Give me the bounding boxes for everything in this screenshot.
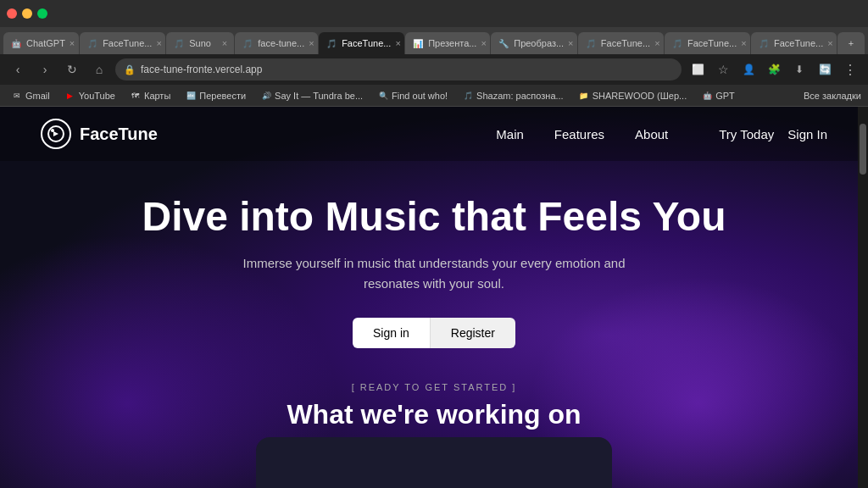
tab-favicon: 🎵 [86, 37, 98, 49]
tab-close-icon[interactable]: × [70, 38, 75, 48]
nav-link-main[interactable]: Main [496, 127, 524, 141]
tab-preobraz[interactable]: 🔧 Преобраз... × [491, 32, 577, 54]
tab-new[interactable]: + [837, 32, 865, 54]
tab-facetune1[interactable]: 🎵 FaceTune... × [80, 32, 165, 54]
cast-button[interactable]: ⬜ [687, 58, 709, 80]
tab-favicon: 🎵 [173, 37, 185, 49]
nav-cta: Try Today Sign In [719, 127, 827, 141]
extensions-button[interactable]: 🧩 [763, 58, 785, 80]
sync-button[interactable]: 🔄 [814, 58, 836, 80]
new-tab-icon: + [849, 38, 854, 48]
bookmark-button[interactable]: ☆ [712, 58, 734, 80]
hero-subtitle: Immerse yourself in music that understan… [231, 253, 637, 294]
tab-label: Презента... [428, 38, 476, 48]
bookmark-findout[interactable]: 🔍 Find out who! [373, 89, 453, 103]
tab-close-icon[interactable]: × [309, 38, 314, 48]
all-bookmarks-label[interactable]: Все закладки [804, 91, 861, 101]
reload-button[interactable]: ↻ [61, 58, 83, 80]
scrollbar[interactable] [858, 107, 868, 488]
tab-close-icon[interactable]: × [568, 38, 573, 48]
sharewood-favicon: 📁 [579, 91, 589, 101]
tab-label: Suno [189, 38, 211, 48]
logo-text: FaceTune [80, 125, 158, 144]
tab-close-icon[interactable]: × [222, 38, 227, 48]
tab-close-icon[interactable]: × [741, 38, 746, 48]
tab-close-icon[interactable]: × [827, 38, 832, 48]
findout-favicon: 🔍 [378, 91, 388, 101]
tab-facetune5[interactable]: 🎵 FaceTune... × [751, 32, 837, 54]
bookmark-gpt[interactable]: 🤖 GPT [697, 89, 740, 103]
gmail-favicon: ✉ [12, 91, 22, 101]
logo-icon [41, 119, 71, 149]
home-button[interactable]: ⌂ [88, 58, 110, 80]
tab-favicon: 🔧 [498, 37, 509, 49]
tab-close-icon[interactable]: × [156, 38, 161, 48]
bookmark-label: YouTube [79, 91, 115, 101]
hero-register-button[interactable]: Register [430, 318, 515, 348]
tab-close-icon[interactable]: × [654, 38, 659, 48]
website-content: FaceTune Main Features About Try Today S… [0, 107, 868, 488]
tab-facetune3[interactable]: 🎵 FaceTune... × [578, 32, 664, 54]
menu-button[interactable]: ⋮ [839, 58, 861, 80]
bookmark-maps[interactable]: 🗺 Карты [125, 89, 175, 103]
hero-buttons: Sign in Register [353, 318, 515, 348]
tab-favicon: 🎵 [585, 37, 597, 49]
try-today-button[interactable]: Try Today [719, 127, 774, 141]
tab-facetune4[interactable]: 🎵 FaceTune... × [665, 32, 750, 54]
tab-chatgpt[interactable]: 🤖 ChatGPT × [3, 32, 79, 54]
tab-favicon: 🎵 [671, 37, 683, 49]
tab-close-icon[interactable]: × [395, 38, 400, 48]
nav-link-about[interactable]: About [635, 127, 668, 141]
close-button[interactable] [7, 8, 17, 19]
tab-label: ChatGPT [26, 38, 65, 48]
bookmark-label: Карты [144, 91, 170, 101]
tab-facetune2[interactable]: 🎵 face-tune... × [235, 32, 318, 54]
card-preview [256, 437, 612, 488]
tab-favicon: 🎵 [326, 37, 337, 49]
tab-prezenta[interactable]: 📊 Презента... × [405, 32, 490, 54]
browser-chrome: 🤖 ChatGPT × 🎵 FaceTune... × 🎵 Suno × 🎵 f… [0, 0, 868, 107]
tab-label: FaceTune... [103, 38, 152, 48]
address-text: face-tune-fronte.vercel.app [141, 64, 262, 75]
hero-signin-button[interactable]: Sign in [353, 318, 430, 348]
bookmarks-bar: ✉ Gmail ▶ YouTube 🗺 Карты 🔤 Перевести 🔊 … [0, 85, 868, 107]
bookmark-translate[interactable]: 🔤 Перевести [181, 89, 251, 103]
bookmark-sayit[interactable]: 🔊 Say It — Tundra be... [256, 89, 368, 103]
bookmark-label: Перевести [199, 91, 246, 101]
tab-close-icon[interactable]: × [481, 38, 486, 48]
bookmark-label: Gmail [25, 91, 50, 101]
tab-suno[interactable]: 🎵 Suno × [166, 32, 234, 54]
scrollbar-thumb[interactable] [860, 124, 866, 175]
forward-button[interactable]: › [34, 58, 56, 80]
section-badge: [ READY TO GET STARTED ] [0, 382, 868, 392]
nav-link-features[interactable]: Features [554, 127, 604, 141]
nav-bar: ‹ › ↻ ⌂ 🔒 face-tune-fronte.vercel.app ⬜ … [0, 54, 868, 85]
hero-title: Dive into Music that Feels You [142, 195, 726, 240]
youtube-favicon: ▶ [65, 91, 75, 101]
address-bar[interactable]: 🔒 face-tune-fronte.vercel.app [115, 58, 682, 80]
tab-favicon: 🎵 [242, 37, 253, 49]
maximize-button[interactable] [37, 8, 47, 19]
back-button[interactable]: ‹ [7, 58, 29, 80]
site-navbar: FaceTune Main Features About Try Today S… [0, 107, 868, 161]
tab-favicon: 🤖 [10, 37, 22, 49]
tab-facetune-active[interactable]: 🎵 FaceTune... × [319, 32, 404, 54]
svg-point-1 [51, 129, 54, 132]
signin-nav-button[interactable]: Sign In [787, 127, 827, 141]
tabs-bar: 🤖 ChatGPT × 🎵 FaceTune... × 🎵 Suno × 🎵 f… [0, 27, 868, 54]
bookmark-gmail[interactable]: ✉ Gmail [7, 89, 55, 103]
bookmark-label: Shazam: распозна... [476, 91, 564, 101]
bookmark-shazam[interactable]: 🎵 Shazam: распозна... [458, 89, 569, 103]
profile-button[interactable]: 👤 [737, 58, 760, 80]
translate-favicon: 🔤 [186, 91, 196, 101]
download-button[interactable]: ⬇ [788, 58, 810, 80]
gpt-favicon: 🤖 [702, 91, 712, 101]
bookmark-label: SHAREWOOD (Шер... [593, 91, 687, 101]
bookmark-youtube[interactable]: ▶ YouTube [60, 89, 120, 103]
tab-favicon: 🎵 [758, 37, 770, 49]
minimize-button[interactable] [22, 8, 32, 19]
bookmark-label: GPT [715, 91, 735, 101]
bookmark-sharewood[interactable]: 📁 SHAREWOOD (Шер... [574, 89, 693, 103]
nav-links: Main Features About [496, 127, 668, 141]
tab-label: face-tune... [258, 38, 304, 48]
